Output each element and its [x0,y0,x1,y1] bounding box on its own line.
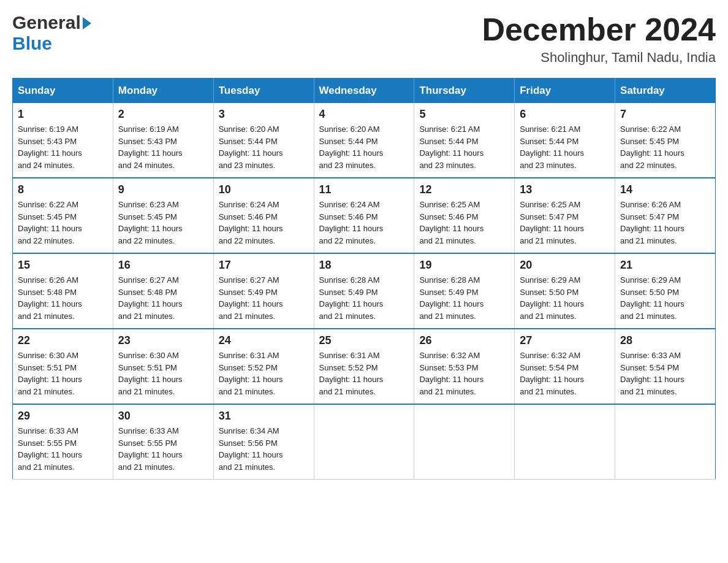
day-info: Sunrise: 6:23 AMSunset: 5:45 PMDaylight:… [118,200,183,245]
day-info: Sunrise: 6:27 AMSunset: 5:49 PMDaylight:… [219,275,283,321]
day-number: 9 [118,183,208,196]
calendar-cell [314,404,414,480]
day-number: 3 [219,108,309,121]
calendar-cell: 26 Sunrise: 6:32 AMSunset: 5:53 PMDaylig… [414,329,515,404]
day-number: 22 [18,334,108,347]
day-info: Sunrise: 6:25 AMSunset: 5:46 PMDaylight:… [419,200,483,245]
day-number: 13 [520,183,610,196]
day-info: Sunrise: 6:33 AMSunset: 5:54 PMDaylight:… [620,351,684,396]
calendar-header-wednesday: Wednesday [314,79,414,104]
calendar-header-thursday: Thursday [414,79,515,104]
calendar-cell: 18 Sunrise: 6:28 AMSunset: 5:49 PMDaylig… [314,253,414,329]
logo-general-text: General [12,12,81,33]
day-info: Sunrise: 6:26 AMSunset: 5:48 PMDaylight:… [18,275,82,321]
day-number: 29 [18,410,108,423]
calendar-cell: 7 Sunrise: 6:22 AMSunset: 5:45 PMDayligh… [615,103,716,178]
day-number: 28 [620,334,710,347]
calendar-cell: 6 Sunrise: 6:21 AMSunset: 5:44 PMDayligh… [515,103,615,178]
day-number: 10 [219,183,309,196]
logo: General Blue [12,12,91,54]
calendar-cell: 11 Sunrise: 6:24 AMSunset: 5:46 PMDaylig… [314,178,414,253]
day-number: 14 [620,183,710,196]
day-info: Sunrise: 6:29 AMSunset: 5:50 PMDaylight:… [520,275,584,321]
calendar-cell: 24 Sunrise: 6:31 AMSunset: 5:52 PMDaylig… [213,329,314,404]
calendar-cell: 12 Sunrise: 6:25 AMSunset: 5:46 PMDaylig… [414,178,515,253]
day-info: Sunrise: 6:20 AMSunset: 5:44 PMDaylight:… [219,124,283,170]
calendar-cell: 19 Sunrise: 6:28 AMSunset: 5:49 PMDaylig… [414,253,515,329]
day-number: 26 [419,334,509,347]
calendar-cell: 10 Sunrise: 6:24 AMSunset: 5:46 PMDaylig… [213,178,314,253]
day-info: Sunrise: 6:29 AMSunset: 5:50 PMDaylight:… [620,275,684,321]
calendar-cell: 5 Sunrise: 6:21 AMSunset: 5:44 PMDayligh… [414,103,515,178]
calendar-header-tuesday: Tuesday [213,79,314,104]
calendar-header-monday: Monday [113,79,213,104]
day-number: 7 [620,108,710,121]
day-info: Sunrise: 6:25 AMSunset: 5:47 PMDaylight:… [520,200,584,245]
calendar-week-row: 8 Sunrise: 6:22 AMSunset: 5:45 PMDayligh… [13,178,716,253]
calendar-cell: 4 Sunrise: 6:20 AMSunset: 5:44 PMDayligh… [314,103,414,178]
calendar-cell: 8 Sunrise: 6:22 AMSunset: 5:45 PMDayligh… [13,178,113,253]
day-info: Sunrise: 6:32 AMSunset: 5:53 PMDaylight:… [419,351,483,396]
calendar-header-row: SundayMondayTuesdayWednesdayThursdayFrid… [13,79,716,104]
day-info: Sunrise: 6:28 AMSunset: 5:49 PMDaylight:… [419,275,483,321]
day-info: Sunrise: 6:21 AMSunset: 5:44 PMDaylight:… [520,124,584,170]
calendar-cell: 21 Sunrise: 6:29 AMSunset: 5:50 PMDaylig… [615,253,716,329]
day-info: Sunrise: 6:28 AMSunset: 5:49 PMDaylight:… [319,275,384,321]
calendar-header-friday: Friday [515,79,615,104]
day-number: 6 [520,108,610,121]
day-info: Sunrise: 6:30 AMSunset: 5:51 PMDaylight:… [18,351,82,396]
calendar-cell [615,404,716,480]
day-number: 12 [419,183,509,196]
day-number: 15 [18,259,108,272]
day-number: 11 [319,183,409,196]
calendar-header-saturday: Saturday [615,79,716,104]
day-number: 27 [520,334,610,347]
day-info: Sunrise: 6:26 AMSunset: 5:47 PMDaylight:… [620,200,684,245]
day-info: Sunrise: 6:27 AMSunset: 5:48 PMDaylight:… [118,275,183,321]
calendar-cell: 9 Sunrise: 6:23 AMSunset: 5:45 PMDayligh… [113,178,213,253]
day-number: 2 [118,108,208,121]
day-number: 8 [18,183,108,196]
calendar-cell: 22 Sunrise: 6:30 AMSunset: 5:51 PMDaylig… [13,329,113,404]
day-number: 24 [219,334,309,347]
day-number: 23 [118,334,208,347]
title-block: December 2024 Sholinghur, Tamil Nadu, In… [482,12,716,66]
logo-triangle-icon [83,17,91,29]
day-info: Sunrise: 6:32 AMSunset: 5:54 PMDaylight:… [520,351,584,396]
location-subtitle: Sholinghur, Tamil Nadu, India [482,50,716,66]
day-info: Sunrise: 6:33 AMSunset: 5:55 PMDaylight:… [118,426,183,472]
calendar-header-sunday: Sunday [13,79,113,104]
day-number: 20 [520,259,610,272]
calendar-cell: 15 Sunrise: 6:26 AMSunset: 5:48 PMDaylig… [13,253,113,329]
day-info: Sunrise: 6:22 AMSunset: 5:45 PMDaylight:… [620,124,684,170]
calendar-cell: 25 Sunrise: 6:31 AMSunset: 5:52 PMDaylig… [314,329,414,404]
calendar-cell: 2 Sunrise: 6:19 AMSunset: 5:43 PMDayligh… [113,103,213,178]
calendar-week-row: 15 Sunrise: 6:26 AMSunset: 5:48 PMDaylig… [13,253,716,329]
day-number: 4 [319,108,409,121]
calendar-cell: 29 Sunrise: 6:33 AMSunset: 5:55 PMDaylig… [13,404,113,480]
day-info: Sunrise: 6:19 AMSunset: 5:43 PMDaylight:… [118,124,183,170]
day-number: 31 [219,410,309,423]
day-info: Sunrise: 6:34 AMSunset: 5:56 PMDaylight:… [219,426,283,472]
day-info: Sunrise: 6:20 AMSunset: 5:44 PMDaylight:… [319,124,384,170]
calendar-cell: 28 Sunrise: 6:33 AMSunset: 5:54 PMDaylig… [615,329,716,404]
calendar-week-row: 22 Sunrise: 6:30 AMSunset: 5:51 PMDaylig… [13,329,716,404]
calendar-cell [515,404,615,480]
day-number: 17 [219,259,309,272]
calendar-cell: 1 Sunrise: 6:19 AMSunset: 5:43 PMDayligh… [13,103,113,178]
day-number: 1 [18,108,108,121]
calendar-cell: 14 Sunrise: 6:26 AMSunset: 5:47 PMDaylig… [615,178,716,253]
day-info: Sunrise: 6:33 AMSunset: 5:55 PMDaylight:… [18,426,82,472]
day-number: 21 [620,259,710,272]
calendar-week-row: 1 Sunrise: 6:19 AMSunset: 5:43 PMDayligh… [13,103,716,178]
day-number: 18 [319,259,409,272]
day-number: 16 [118,259,208,272]
calendar-cell: 17 Sunrise: 6:27 AMSunset: 5:49 PMDaylig… [213,253,314,329]
day-info: Sunrise: 6:31 AMSunset: 5:52 PMDaylight:… [219,351,283,396]
day-number: 19 [419,259,509,272]
calendar-table: SundayMondayTuesdayWednesdayThursdayFrid… [12,78,716,480]
calendar-cell: 13 Sunrise: 6:25 AMSunset: 5:47 PMDaylig… [515,178,615,253]
day-info: Sunrise: 6:30 AMSunset: 5:51 PMDaylight:… [118,351,183,396]
calendar-cell: 20 Sunrise: 6:29 AMSunset: 5:50 PMDaylig… [515,253,615,329]
day-info: Sunrise: 6:22 AMSunset: 5:45 PMDaylight:… [18,200,82,245]
